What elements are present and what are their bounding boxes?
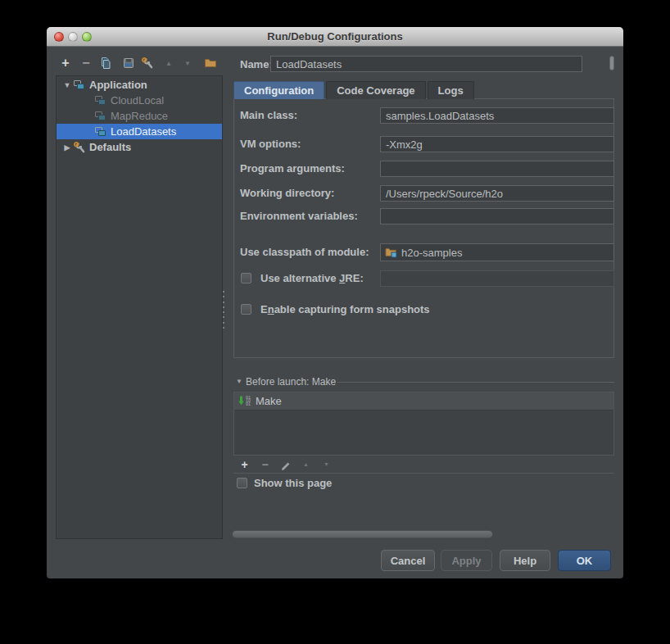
module-label: Use classpath of module:: [240, 246, 369, 258]
before-launch-collapse-icon[interactable]: ▼: [236, 378, 242, 385]
module-combobox[interactable]: h2o-samples: [380, 243, 614, 261]
add-task-button[interactable]: +: [238, 458, 251, 470]
pencil-icon: [280, 459, 292, 470]
vm-options-input[interactable]: [380, 136, 614, 152]
remove-task-button[interactable]: −: [259, 458, 271, 470]
alternative-jre-input: [380, 270, 614, 287]
environment-variables-label: Environment variables:: [240, 210, 358, 222]
working-directory-input[interactable]: [380, 185, 614, 202]
form-snapshots-checkbox[interactable]: [241, 304, 251, 315]
tab-configuration[interactable]: Configuration: [233, 81, 324, 99]
copy-icon: [99, 57, 112, 70]
tree-item-label: Defaults: [89, 141, 131, 153]
minus-icon: −: [82, 56, 89, 70]
tree-item-cloudlocal[interactable]: CloudLocal: [57, 93, 222, 108]
edit-task-button[interactable]: [279, 458, 292, 470]
vm-options-label: VM options:: [240, 138, 301, 150]
tab-logs[interactable]: Logs: [428, 81, 474, 99]
main-class-label: Main class:: [240, 109, 297, 121]
titlebar[interactable]: Run/Debug Configurations: [47, 27, 623, 47]
move-task-up-button[interactable]: ▲: [300, 458, 312, 470]
wrench-gear-icon: [141, 57, 154, 70]
up-arrow-icon: ▲: [165, 60, 172, 67]
alternative-jre-label: Use alternative JRE:: [260, 272, 364, 284]
up-arrow-icon: ▲: [303, 461, 309, 467]
move-down-button[interactable]: ▼: [180, 56, 195, 70]
collapse-icon[interactable]: ▼: [61, 81, 73, 89]
configurations-tree: ▼ Application CloudLocal MapReduce LoadD…: [56, 75, 223, 539]
create-folder-button[interactable]: [203, 56, 218, 70]
horizontal-scrollbar-thumb[interactable]: [232, 530, 493, 538]
before-launch-divider: [337, 382, 614, 383]
before-launch-list: 01 10 01 Make: [233, 392, 614, 456]
help-button[interactable]: Help: [500, 550, 550, 571]
move-task-down-button[interactable]: ▼: [320, 458, 333, 470]
application-icon: [94, 110, 107, 123]
cancel-button[interactable]: Cancel: [381, 550, 435, 571]
save-configuration-button[interactable]: [121, 56, 136, 70]
tree-item-mapreduce[interactable]: MapReduce: [57, 108, 222, 124]
make-compile-icon: 01 10 01: [238, 396, 251, 406]
before-launch-header[interactable]: Before launch: Make: [246, 376, 336, 388]
tab-bar: Configuration Code Coverage Logs: [233, 81, 474, 99]
apply-button: Apply: [441, 550, 492, 571]
program-arguments-input[interactable]: [380, 161, 614, 177]
edit-defaults-button[interactable]: [140, 56, 155, 70]
form-snapshots-label: Enable capturing form snapshots: [260, 303, 430, 315]
minus-icon: −: [261, 457, 268, 472]
copy-configuration-button[interactable]: [98, 56, 113, 70]
module-value: h2o-samples: [401, 247, 462, 259]
window-title: Run/Debug Configurations: [47, 30, 623, 43]
environment-variables-input[interactable]: [380, 208, 614, 224]
plus-icon: +: [61, 56, 69, 70]
program-arguments-label: Program arguments:: [240, 162, 345, 175]
show-this-page-checkbox[interactable]: [237, 478, 247, 488]
ok-button[interactable]: OK: [558, 550, 611, 571]
show-this-page-label: Show this page: [254, 477, 332, 489]
before-launch-toolbar: + − ▲ ▼: [233, 456, 614, 474]
plus-icon: +: [241, 457, 247, 472]
down-arrow-icon: ▼: [184, 60, 191, 67]
tree-item-label: LoadDatasets: [111, 125, 176, 138]
down-arrow-icon: ▼: [324, 461, 329, 467]
alternative-jre-checkbox[interactable]: [241, 273, 251, 283]
expand-icon[interactable]: ▶: [61, 143, 73, 152]
before-launch-item-label: Make: [256, 395, 282, 407]
vertical-scrollbar-thumb[interactable]: [609, 56, 614, 70]
tab-code-coverage[interactable]: Code Coverage: [326, 81, 425, 99]
move-up-button[interactable]: ▲: [161, 56, 176, 70]
application-icon: [94, 125, 107, 138]
wrench-gear-icon: [73, 141, 86, 154]
tree-item-label: CloudLocal: [111, 94, 164, 107]
save-icon: [122, 57, 135, 70]
add-configuration-button[interactable]: +: [58, 56, 73, 70]
application-icon: [73, 79, 86, 92]
before-launch-item-make[interactable]: 01 10 01 Make: [234, 392, 613, 410]
run-debug-configurations-dialog: Run/Debug Configurations + − ▲ ▼: [47, 27, 623, 578]
tree-item-defaults[interactable]: ▶ Defaults: [57, 139, 222, 155]
tree-item-label: Application: [89, 79, 147, 91]
splitter-handle[interactable]: [220, 291, 227, 329]
main-class-input[interactable]: [380, 107, 614, 124]
application-icon: [94, 94, 107, 107]
working-directory-label: Working directory:: [240, 187, 334, 199]
folder-icon: [204, 57, 217, 70]
remove-configuration-button[interactable]: −: [79, 56, 93, 70]
tree-item-application[interactable]: ▼ Application: [57, 77, 222, 93]
name-input[interactable]: [270, 56, 582, 72]
tree-item-label: MapReduce: [111, 110, 168, 122]
module-folder-icon: [385, 247, 397, 258]
tree-item-loaddatasets[interactable]: LoadDatasets: [57, 124, 222, 139]
name-label: Name:: [240, 58, 273, 70]
